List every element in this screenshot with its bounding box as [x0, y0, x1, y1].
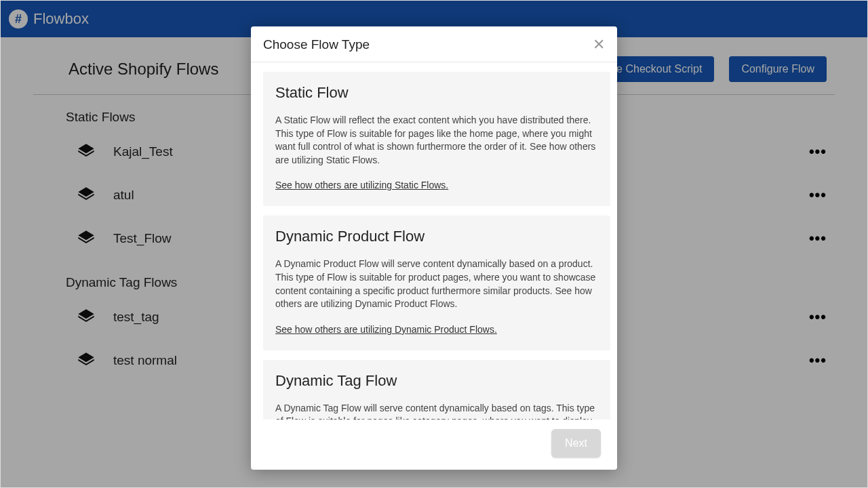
- flow-type-card-static[interactable]: Static Flow A Static Flow will reflect t…: [263, 72, 610, 206]
- flow-type-card-dynamic-tag[interactable]: Dynamic Tag Flow A Dynamic Tag Flow will…: [263, 360, 610, 420]
- card-text: A Dynamic Tag Flow will serve content dy…: [275, 402, 598, 420]
- card-text: A Dynamic Product Flow will serve conten…: [275, 258, 598, 310]
- card-title: Static Flow: [275, 84, 598, 102]
- close-icon[interactable]: ✕: [593, 36, 605, 54]
- card-link[interactable]: See how others are utilizing Static Flow…: [275, 180, 448, 190]
- modal-overlay[interactable]: Choose Flow Type ✕ Static Flow A Static …: [1, 1, 867, 487]
- modal-header: Choose Flow Type ✕: [251, 26, 617, 62]
- card-title: Dynamic Product Flow: [275, 228, 598, 245]
- card-text: A Static Flow will reflect the exact con…: [275, 114, 598, 167]
- card-title: Dynamic Tag Flow: [275, 372, 598, 390]
- next-button[interactable]: Next: [551, 429, 601, 458]
- modal-footer: Next: [251, 420, 617, 470]
- flow-type-card-dynamic-product[interactable]: Dynamic Product Flow A Dynamic Product F…: [263, 216, 610, 350]
- modal-title: Choose Flow Type: [263, 37, 370, 52]
- choose-flow-type-modal: Choose Flow Type ✕ Static Flow A Static …: [251, 26, 617, 470]
- modal-body[interactable]: Static Flow A Static Flow will reflect t…: [251, 62, 617, 420]
- card-link[interactable]: See how others are utilizing Dynamic Pro…: [275, 324, 497, 335]
